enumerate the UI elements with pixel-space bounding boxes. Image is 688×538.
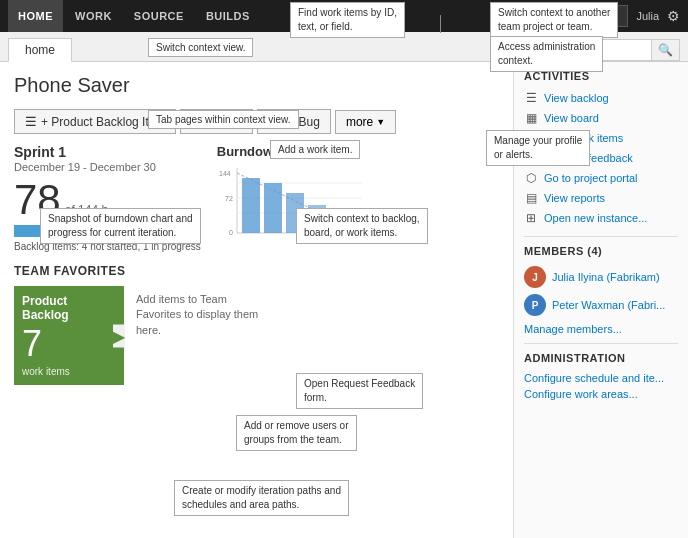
members-title: MEMBERS (4) — [524, 245, 678, 257]
add-favorites-hint: Add items to Team Favorites to display t… — [132, 286, 272, 344]
svg-rect-6 — [242, 178, 260, 233]
open-instance-icon: ⊞ — [524, 211, 538, 225]
nav-home[interactable]: HOME — [8, 0, 63, 32]
member-item-1[interactable]: J Julia Ilyina (Fabrikam) — [524, 263, 678, 291]
sprint-title: Sprint 1 — [14, 144, 201, 160]
divider-2 — [524, 343, 678, 344]
activity-open-instance[interactable]: ⊞ Open new instance... — [524, 208, 678, 228]
team-favorites-section: TEAM FAVORITES ▶ Product Backlog 7 work … — [14, 264, 499, 385]
view-board-icon: ▦ — [524, 111, 538, 125]
open-instance-link: Open new instance... — [544, 212, 647, 224]
callout-snapshot: Snapshot of burndown chart and progress … — [40, 208, 201, 244]
backlog-tile-title: Product Backlog — [22, 294, 116, 322]
view-reports-icon: ▤ — [524, 191, 538, 205]
activity-view-backlog[interactable]: ☰ View backlog — [524, 88, 678, 108]
view-backlog-link: View backlog — [544, 92, 609, 104]
nav-bar: HOME WORK SOURCE BUILDS — [8, 0, 518, 32]
activity-project-portal[interactable]: ⬡ Go to project portal — [524, 168, 678, 188]
backlog-tile-arrow: ▶ — [113, 324, 125, 347]
member-avatar-2: P — [524, 294, 546, 316]
callout-tab-pages: Tab pages within context view. — [148, 110, 299, 129]
configure-work-areas-link[interactable]: Configure work areas... — [524, 386, 678, 402]
page-title: Phone Saver — [14, 74, 499, 97]
tab-home[interactable]: home — [8, 38, 72, 62]
svg-text:144: 144 — [219, 170, 231, 177]
favorites-area: ▶ Product Backlog 7 work items Add items… — [14, 286, 499, 385]
backlog-tile-number: 7 — [22, 326, 116, 362]
add-backlog-label: + Product Backlog Item — [41, 115, 165, 129]
administration-title: ADMINISTRATION — [524, 352, 678, 364]
member-name-2: Peter Waxman (Fabri... — [552, 299, 665, 311]
gear-icon[interactable]: ⚙ — [667, 8, 680, 24]
search-button[interactable]: 🔍 — [651, 40, 679, 60]
svg-text:72: 72 — [225, 195, 233, 202]
callout-add-work-item: Add a work item. — [270, 140, 360, 159]
svg-text:0: 0 — [229, 229, 233, 236]
svg-rect-7 — [264, 183, 282, 233]
nav-source[interactable]: SOURCE — [124, 0, 194, 32]
callout-create-iteration: Create or modify iteration paths and sch… — [174, 480, 349, 516]
more-button[interactable]: more ▼ — [335, 110, 396, 134]
configure-schedule-link[interactable]: Configure schedule and ite... — [524, 370, 678, 386]
team-favorites-title: TEAM FAVORITES — [14, 264, 499, 278]
callout-switch-another: Switch context to another team project o… — [490, 2, 618, 38]
member-item-2[interactable]: P Peter Waxman (Fabri... — [524, 291, 678, 319]
callout-open-feedback: Open Request Feedback form. — [296, 373, 423, 409]
backlog-icon: ☰ — [25, 114, 37, 129]
member-name-1: Julia Ilyina (Fabrikam) — [552, 271, 660, 283]
view-reports-link: View reports — [544, 192, 605, 204]
callout-switch-backlog: Switch context to backlog, board, or wor… — [296, 208, 428, 244]
backlog-tile-label: work items — [22, 366, 116, 377]
nav-builds[interactable]: BUILDS — [196, 0, 260, 32]
user-name[interactable]: Julia — [636, 10, 659, 22]
project-portal-link: Go to project portal — [544, 172, 638, 184]
callout-find-items: Find work items by ID, text, or field. — [290, 2, 405, 38]
activity-view-reports[interactable]: ▤ View reports — [524, 188, 678, 208]
view-board-link: View board — [544, 112, 599, 124]
activity-view-board[interactable]: ▦ View board — [524, 108, 678, 128]
more-arrow-icon: ▼ — [376, 117, 385, 127]
callout-manage-profile: Manage your profile or alerts. — [486, 130, 590, 166]
callout-access-admin: Access administration context. — [490, 36, 603, 72]
callout-find-items-line — [440, 15, 441, 33]
more-label: more — [346, 115, 373, 129]
manage-members-link[interactable]: Manage members... — [524, 323, 678, 335]
member-avatar-1: J — [524, 266, 546, 288]
callout-switch-context: Switch context view. — [148, 38, 253, 57]
view-backlog-icon: ☰ — [524, 91, 538, 105]
callout-add-remove-users: Add or remove users or groups from the t… — [236, 415, 357, 451]
backlog-tile[interactable]: ▶ Product Backlog 7 work items — [14, 286, 124, 385]
divider-1 — [524, 236, 678, 237]
project-portal-icon: ⬡ — [524, 171, 538, 185]
nav-work[interactable]: WORK — [65, 0, 122, 32]
sprint-dates: December 19 - December 30 — [14, 161, 201, 173]
